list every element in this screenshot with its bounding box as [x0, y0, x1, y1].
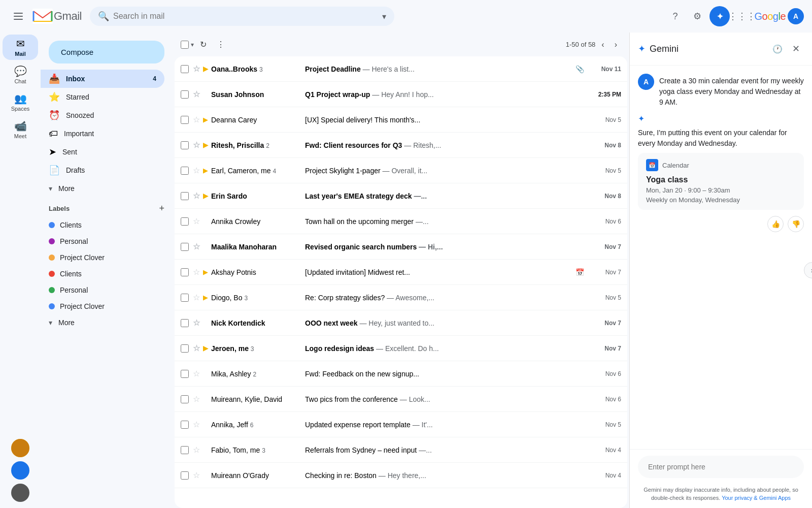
- star-icon[interactable]: ☆: [193, 140, 200, 150]
- email-row[interactable]: ☆ ▶ Annika Crowley Town hall on the upco…: [175, 209, 627, 234]
- thumbs-up-button[interactable]: 👍: [767, 216, 784, 232]
- star-icon[interactable]: ☆: [193, 191, 200, 201]
- star-icon[interactable]: ☆: [193, 394, 200, 404]
- nav-item-sent[interactable]: ➤ Sent: [41, 143, 164, 161]
- star-icon[interactable]: ☆: [193, 89, 200, 99]
- compose-button[interactable]: Compose: [49, 41, 164, 64]
- star-icon[interactable]: ☆: [193, 166, 200, 175]
- meet-icon: 📹: [14, 120, 27, 132]
- prev-page-button[interactable]: ‹: [597, 37, 608, 52]
- email-row[interactable]: ☆ ▶ Earl, Cameron, me 4 Project Skylight…: [175, 158, 627, 183]
- email-row[interactable]: ☆ ▶ Nick Kortendick OOO next week — Hey,…: [175, 310, 627, 336]
- settings-button[interactable]: ⚙: [687, 6, 707, 26]
- labels-header: Labels: [49, 205, 70, 212]
- gemini-history-button[interactable]: 🕐: [769, 41, 786, 57]
- label-item-personal2[interactable]: Personal: [41, 282, 164, 298]
- gemini-header-button[interactable]: ✦: [709, 6, 730, 26]
- thumbs-down-button[interactable]: 👎: [788, 216, 804, 232]
- nav-labels-more[interactable]: ▾ More: [41, 314, 164, 331]
- sidebar-avatar-3[interactable]: [11, 484, 29, 502]
- star-icon[interactable]: ☆: [193, 115, 200, 124]
- label-item-project-clover1[interactable]: Project Clover: [41, 249, 164, 266]
- email-checkbox[interactable]: [181, 370, 189, 378]
- label-item-personal1[interactable]: Personal: [41, 233, 164, 249]
- gemini-close-button[interactable]: ✕: [788, 41, 804, 57]
- email-row[interactable]: ☆ ▶ Susan Johnson Q1 Project wrap-up — H…: [175, 82, 627, 107]
- nav-item-starred[interactable]: ⭐ Starred: [41, 88, 164, 106]
- star-icon[interactable]: ☆: [193, 293, 200, 302]
- gemini-privacy-link[interactable]: Your privacy & Gemini Apps: [722, 495, 791, 501]
- email-checkbox[interactable]: [181, 243, 189, 251]
- email-row[interactable]: ☆ ▶ Fabio, Tom, me 3 Referrals from Sydn…: [175, 437, 627, 463]
- email-checkbox[interactable]: [181, 90, 189, 99]
- email-row[interactable]: ☆ ▶ Muireann O'Grady Checking in re: Bos…: [175, 463, 627, 488]
- star-icon[interactable]: ☆: [193, 343, 200, 353]
- email-checkbox[interactable]: [181, 192, 189, 200]
- nav-item-drafts[interactable]: 📄 Drafts: [41, 161, 164, 179]
- email-row[interactable]: ☆ ▶ Muireann, Kylie, David Two pics from…: [175, 387, 627, 412]
- star-icon[interactable]: ☆: [193, 470, 200, 480]
- search-input[interactable]: [113, 12, 378, 21]
- add-label-button[interactable]: +: [159, 204, 164, 213]
- sidebar-item-chat[interactable]: 💬 Chat: [3, 62, 38, 87]
- email-row[interactable]: ☆ ▶ Erin Sardo Last year's EMEA strategy…: [175, 183, 627, 209]
- email-checkbox[interactable]: [181, 319, 189, 327]
- select-dropdown-icon[interactable]: ▾: [191, 41, 194, 48]
- email-row[interactable]: ☆ ▶ Annika, Jeff 6 Updated expense repor…: [175, 412, 627, 437]
- nav-item-important[interactable]: 🏷 Important: [41, 124, 164, 143]
- email-row[interactable]: ☆ ▶ Maalika Manoharan Revised organic se…: [175, 234, 627, 260]
- star-icon[interactable]: ☆: [193, 242, 200, 251]
- more-expand-icon: ▾: [49, 184, 52, 193]
- sidebar-avatar-1[interactable]: [11, 439, 29, 457]
- nav-item-snoozed[interactable]: ⏰ Snoozed: [41, 106, 164, 124]
- nav-item-inbox[interactable]: 📥 Inbox 4: [41, 70, 164, 88]
- email-checkbox[interactable]: [181, 395, 189, 403]
- email-checkbox[interactable]: [181, 65, 189, 73]
- label-item-project-clover2[interactable]: Project Clover: [41, 298, 164, 314]
- email-row[interactable]: ☆ ▶ Akshay Potnis [Updated invitation] M…: [175, 260, 627, 285]
- email-row[interactable]: ☆ ▶ Oana..Brooks 3 Project Deadline — He…: [175, 56, 627, 82]
- search-bar[interactable]: 🔍 ▾: [90, 7, 394, 26]
- star-icon[interactable]: ☆: [193, 216, 200, 226]
- support-button[interactable]: ?: [665, 6, 685, 26]
- label-item-clients2[interactable]: Clients: [41, 266, 164, 282]
- email-checkbox[interactable]: [181, 344, 189, 353]
- hamburger-menu[interactable]: [8, 6, 28, 26]
- sidebar-item-meet[interactable]: 📹 Meet: [3, 117, 38, 142]
- email-row[interactable]: ☆ ▶ Ritesh, Priscilla 2 Fwd: Client reso…: [175, 133, 627, 158]
- email-row[interactable]: ☆ ▶ Jeroen, me 3 Logo redesign ideas — E…: [175, 336, 627, 361]
- star-icon[interactable]: ☆: [193, 420, 200, 429]
- email-checkbox[interactable]: [181, 294, 189, 302]
- more-options-button[interactable]: ⋮: [213, 37, 229, 52]
- label-text-clients2: Clients: [60, 270, 82, 278]
- email-checkbox[interactable]: [181, 141, 189, 149]
- email-row[interactable]: ☆ ▶ Diogo, Bo 3 Re: Corp strategy slides…: [175, 285, 627, 310]
- sidebar-avatar-2[interactable]: [11, 461, 29, 480]
- refresh-button[interactable]: ↻: [196, 37, 211, 52]
- email-checkbox[interactable]: [181, 167, 189, 175]
- important-icon: ▶: [203, 395, 208, 403]
- email-row[interactable]: ☆ ▶ Deanna Carey [UX] Special delivery! …: [175, 107, 627, 133]
- star-icon[interactable]: ☆: [193, 369, 200, 378]
- label-item-clients1[interactable]: Clients: [41, 217, 164, 233]
- sidebar-item-spaces[interactable]: 👥 Spaces: [3, 89, 38, 115]
- sidebar-item-mail[interactable]: ✉ Mail: [3, 35, 38, 60]
- search-dropdown-icon[interactable]: ▾: [382, 12, 386, 21]
- select-all-checkbox[interactable]: [181, 41, 189, 49]
- star-icon[interactable]: ☆: [193, 267, 200, 277]
- nav-item-more[interactable]: ▾ More: [41, 179, 164, 198]
- star-icon[interactable]: ☆: [193, 64, 200, 74]
- apps-button[interactable]: ⋮⋮⋮: [732, 6, 752, 26]
- user-avatar-header[interactable]: A: [788, 8, 804, 24]
- email-checkbox[interactable]: [181, 217, 189, 226]
- email-checkbox[interactable]: [181, 116, 189, 124]
- email-checkbox[interactable]: [181, 421, 189, 429]
- email-checkbox[interactable]: [181, 268, 189, 276]
- star-icon[interactable]: ☆: [193, 445, 200, 455]
- next-page-button[interactable]: ›: [611, 37, 621, 52]
- gemini-prompt-input[interactable]: [648, 463, 794, 471]
- email-checkbox[interactable]: [181, 446, 189, 454]
- email-checkbox[interactable]: [181, 471, 189, 480]
- star-icon[interactable]: ☆: [193, 318, 200, 328]
- email-row[interactable]: ☆ ▶ Mika, Ashley 2 Fwd: Feedback on the …: [175, 361, 627, 387]
